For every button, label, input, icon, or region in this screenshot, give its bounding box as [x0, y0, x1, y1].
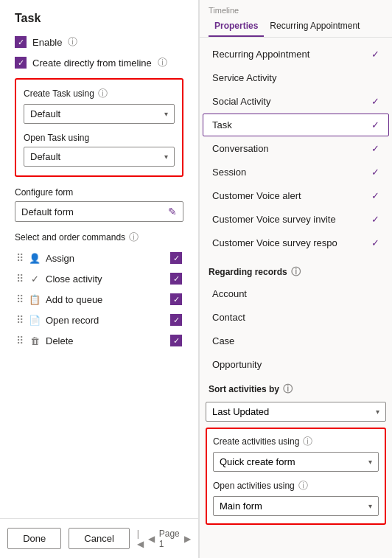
open-record-checkbox[interactable]: ✓	[170, 314, 182, 326]
add-to-queue-label: Add to queue	[46, 294, 166, 305]
activity-item-service-activity[interactable]: Service Activity	[203, 66, 389, 89]
create-task-dropdown[interactable]: Default ▾	[24, 104, 175, 124]
close-check-icon: ✓	[28, 273, 41, 285]
check-cv-survey-response: ✓	[371, 237, 379, 248]
edit-icon[interactable]: ✎	[168, 206, 177, 217]
activity-item-social-activity[interactable]: Social Activity ✓	[203, 90, 389, 113]
done-button[interactable]: Done	[7, 528, 61, 549]
commands-info-icon[interactable]: ⓘ	[129, 231, 139, 244]
regarding-records-header: Regarding records ⓘ	[200, 259, 392, 282]
configure-form-row[interactable]: Default form ✎	[15, 201, 183, 222]
create-task-info-icon[interactable]: ⓘ	[98, 87, 108, 100]
check-recurring-appointment: ✓	[371, 49, 379, 60]
open-activities-label: Open activities using ⓘ	[213, 479, 379, 492]
delete-label: Delete	[46, 335, 166, 346]
create-from-timeline-checkbox[interactable]: ✓	[15, 57, 27, 69]
create-task-label: Create Task using ⓘ	[24, 87, 175, 100]
regarding-records-info-icon[interactable]: ⓘ	[291, 265, 301, 279]
open-task-arrow: ▾	[164, 153, 168, 161]
check-social-activity: ✓	[371, 96, 379, 107]
configure-form-section: Configure form Default form ✎	[15, 187, 183, 222]
check-session: ✓	[371, 167, 379, 178]
create-activities-value: Quick create form	[220, 456, 295, 467]
command-delete: ⠿ 🗑 Delete ✓	[15, 330, 183, 351]
drag-handle-queue[interactable]: ⠿	[16, 293, 24, 305]
commands-section: Select and order commands ⓘ ⠿ 👤 Assign ✓…	[15, 231, 183, 351]
sort-activities-dropdown[interactable]: Last Updated ▾	[206, 402, 386, 422]
create-open-activities-section: Create activities using ⓘ Quick create f…	[206, 428, 386, 525]
create-from-timeline-info-icon[interactable]: ⓘ	[158, 56, 167, 69]
drag-handle-assign[interactable]: ⠿	[16, 252, 24, 264]
enable-checkbox[interactable]: ✓	[15, 36, 27, 48]
prev-page-icon[interactable]: ◀	[148, 534, 155, 544]
sort-info-icon[interactable]: ⓘ	[283, 383, 293, 396]
delete-icon: 🗑	[28, 335, 41, 346]
command-assign: ⠿ 👤 Assign ✓	[15, 248, 183, 268]
first-page-icon[interactable]: |◀	[137, 529, 144, 549]
create-activities-dropdown[interactable]: Quick create form ▾	[213, 452, 379, 472]
activity-item-cv-survey-invite[interactable]: Customer Voice survey invite ✓	[203, 208, 389, 231]
activity-item-recurring-appointment[interactable]: Recurring Appointment ✓	[203, 43, 389, 66]
configure-form-value: Default form	[21, 206, 168, 217]
drag-handle-open[interactable]: ⠿	[16, 314, 24, 326]
create-from-timeline-label: Create directly from timeline	[32, 57, 152, 69]
activity-item-session[interactable]: Session ✓	[203, 161, 389, 184]
tab-recurring-appointment[interactable]: Recurring Appointment	[264, 18, 365, 37]
right-panel: Timeline Properties Recurring Appointmen…	[199, 0, 392, 558]
commands-label: Select and order commands ⓘ	[15, 231, 183, 244]
right-tabs: Properties Recurring Appointment	[209, 18, 383, 37]
create-activities-info-icon[interactable]: ⓘ	[303, 435, 312, 448]
assign-person-icon: 👤	[28, 253, 41, 264]
open-activities-arrow-icon: ▾	[368, 502, 372, 510]
left-panel: Task ✓ Enable ⓘ ✓ Create directly from t…	[0, 0, 199, 558]
page-label: Page 1	[159, 529, 180, 549]
check-cv-alert: ✓	[371, 190, 379, 201]
sort-activities-header: Sort activities by ⓘ	[200, 377, 392, 399]
open-task-dropdown[interactable]: Default ▾	[24, 147, 175, 167]
activity-item-task[interactable]: Task ✓	[203, 114, 389, 136]
drag-handle-close[interactable]: ⠿	[16, 273, 24, 285]
create-task-value: Default	[30, 108, 60, 119]
command-close-activity: ⠿ ✓ Close activity ✓	[15, 268, 183, 289]
open-activities-info-icon[interactable]: ⓘ	[298, 479, 308, 492]
close-activity-label: Close activity	[46, 273, 166, 285]
activity-item-cv-survey-response[interactable]: Customer Voice survey respo ✓	[203, 231, 389, 254]
cancel-button[interactable]: Cancel	[69, 528, 129, 549]
check-task: ✓	[371, 119, 379, 130]
regarding-case[interactable]: Case	[203, 329, 389, 352]
assign-label: Assign	[46, 253, 166, 264]
right-content: Recurring Appointment ✓ Service Activity…	[200, 38, 392, 558]
open-task-value: Default	[30, 151, 60, 162]
drag-handle-delete[interactable]: ⠿	[16, 335, 24, 346]
delete-checkbox[interactable]: ✓	[170, 335, 182, 346]
enable-row: ✓ Enable ⓘ	[15, 35, 183, 49]
panel-title: Task	[15, 12, 183, 25]
open-activities-dropdown[interactable]: Main form ▾	[213, 496, 379, 516]
record-icon: 📄	[28, 315, 41, 326]
open-activities-value: Main form	[220, 501, 262, 512]
sort-value: Last Updated	[212, 406, 269, 417]
command-add-to-queue: ⠿ 📋 Add to queue ✓	[15, 289, 183, 310]
add-to-queue-checkbox[interactable]: ✓	[170, 293, 182, 305]
left-panel-content: Task ✓ Enable ⓘ ✓ Create directly from t…	[0, 0, 198, 518]
task-form-settings: Create Task using ⓘ Default ▾ Open Task …	[15, 78, 183, 177]
assign-checkbox[interactable]: ✓	[170, 252, 182, 264]
create-task-arrow: ▾	[164, 110, 168, 118]
open-task-label: Open Task using	[24, 133, 175, 143]
regarding-account[interactable]: Account	[203, 282, 389, 305]
regarding-opportunity[interactable]: Opportunity	[203, 353, 389, 376]
command-open-record: ⠿ 📄 Open record ✓	[15, 310, 183, 330]
check-cv-survey-invite: ✓	[371, 214, 379, 225]
timeline-label: Timeline	[209, 6, 383, 15]
activity-item-customer-voice-alert[interactable]: Customer Voice alert ✓	[203, 184, 389, 207]
activity-list: Recurring Appointment ✓ Service Activity…	[200, 38, 392, 259]
tab-properties[interactable]: Properties	[209, 18, 264, 37]
enable-info-icon[interactable]: ⓘ	[68, 35, 77, 49]
open-record-label: Open record	[46, 315, 166, 326]
configure-form-label: Configure form	[15, 187, 183, 198]
next-page-icon[interactable]: ▶	[184, 534, 191, 544]
regarding-contact[interactable]: Contact	[203, 306, 389, 329]
activity-item-conversation[interactable]: Conversation ✓	[203, 137, 389, 160]
close-activity-checkbox[interactable]: ✓	[170, 273, 182, 285]
create-activities-label: Create activities using ⓘ	[213, 435, 379, 448]
